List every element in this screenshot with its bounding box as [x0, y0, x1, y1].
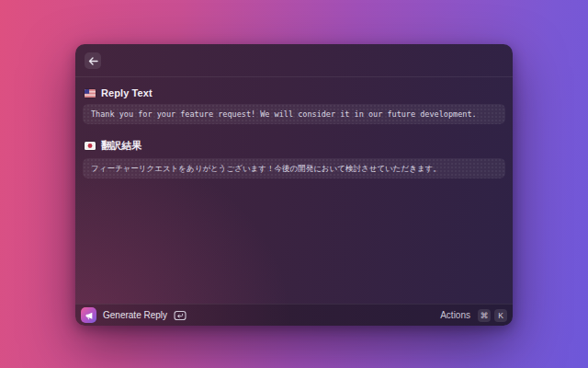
- translation-text-box: フィーチャーリクエストをありがとうございます！今後の開発において検討させていただ…: [83, 158, 505, 178]
- translation-text-value: フィーチャーリクエストをありがとうございます！今後の開発において検討させていただ…: [91, 163, 441, 174]
- reply-text-value: Thank you for your feature request! We w…: [91, 109, 477, 120]
- megaphone-gradient-icon: [81, 307, 96, 323]
- actions-button[interactable]: Actions ⌘ K: [440, 309, 507, 322]
- section-header: 翻訳結果: [85, 139, 505, 153]
- jp-flag-icon: [85, 142, 96, 150]
- window-header: [75, 44, 513, 77]
- command-key-icon: ⌘: [478, 309, 491, 322]
- action-bar: Generate Reply Actions ⌘ K: [75, 304, 513, 326]
- reply-text-section: Reply Text Thank you for your feature re…: [83, 87, 505, 124]
- section-title: 翻訳結果: [101, 139, 141, 153]
- actions-shortcut: ⌘ K: [478, 309, 507, 322]
- reply-text-box: Thank you for your feature request! We w…: [83, 104, 505, 124]
- raycast-window: Reply Text Thank you for your feature re…: [75, 44, 513, 326]
- arrow-left-icon: [88, 52, 98, 69]
- section-header: Reply Text: [85, 87, 505, 98]
- section-title: Reply Text: [101, 87, 153, 98]
- primary-action-button[interactable]: Generate Reply: [81, 307, 187, 323]
- primary-action-label: Generate Reply: [103, 310, 167, 320]
- us-flag-icon: [85, 89, 96, 98]
- actions-label: Actions: [440, 310, 470, 320]
- enter-key-icon: [174, 310, 187, 321]
- k-key: K: [494, 309, 507, 322]
- back-button[interactable]: [85, 52, 101, 69]
- translation-section: 翻訳結果 フィーチャーリクエストをありがとうございます！今後の開発において検討さ…: [83, 139, 505, 178]
- detail-content: Reply Text Thank you for your feature re…: [75, 77, 513, 304]
